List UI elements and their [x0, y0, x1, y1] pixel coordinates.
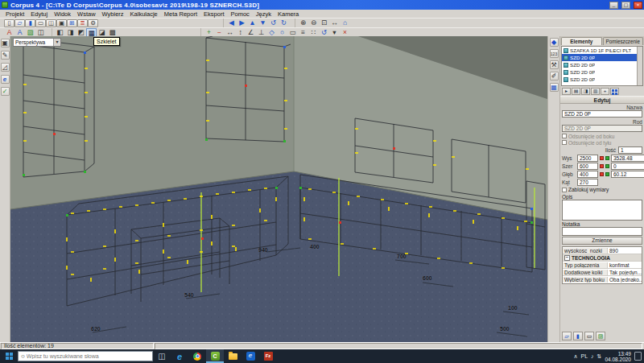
offset-side-checkbox[interactable]	[562, 134, 567, 138]
confirm-check-icon[interactable]: ✓	[1, 87, 10, 96]
split-view-icon[interactable]: ◨	[581, 88, 590, 95]
taskbar-app-chrome[interactable]	[188, 349, 206, 363]
settings-icon[interactable]: ⚙	[88, 19, 98, 27]
rectangle-icon[interactable]: ▭	[287, 28, 298, 37]
offset-back-checkbox[interactable]	[562, 140, 567, 145]
chevron-down-icon[interactable]: ▾	[53, 39, 60, 46]
red-marker-icon[interactable]	[600, 156, 604, 160]
menu-item-kamera[interactable]: Kamera	[275, 10, 302, 18]
property-group-row[interactable]: − TECHNOLOGIA	[563, 254, 642, 262]
notification-center-icon[interactable]	[634, 352, 642, 361]
open-folder-icon[interactable]: ▱	[562, 332, 572, 340]
open-project-icon[interactable]: ▱	[14, 19, 25, 27]
stylus-tool-icon[interactable]: ✐	[550, 72, 559, 80]
name-input[interactable]	[562, 110, 642, 118]
remove-element-icon[interactable]: −	[214, 28, 225, 37]
home-view-icon[interactable]: ⌂	[340, 19, 350, 27]
nav-down-icon[interactable]: ▼	[258, 19, 268, 27]
dropdown-more-icon[interactable]: ▾	[329, 28, 340, 37]
quantity-input[interactable]	[618, 146, 642, 154]
search-input[interactable]	[27, 353, 150, 359]
view-textured-icon[interactable]: ▩	[107, 28, 118, 37]
camera-icon[interactable]: ▣	[56, 19, 67, 27]
perpendicular-icon[interactable]: ⊥	[256, 28, 266, 37]
zoom-out-icon[interactable]: ⊖	[308, 19, 319, 27]
add-element-icon[interactable]: +	[204, 28, 214, 37]
hammer-tool-icon[interactable]: ⚒	[550, 60, 559, 69]
menu-item-kalkulacje[interactable]: Kalkulacje	[127, 10, 161, 18]
measure-ruler-icon[interactable]: ◿	[1, 63, 10, 72]
save-icon[interactable]: ▮	[25, 19, 35, 27]
green-marker-icon[interactable]	[605, 156, 609, 160]
property-row[interactable]: Wybierz typ boku Oba jednako...	[563, 276, 642, 283]
delete-icon[interactable]: ×	[340, 28, 350, 37]
menu-item-wybierz[interactable]: Wybierz	[99, 10, 127, 18]
element-tree[interactable]: SZAFKA 1D 1F PILECI PLT SZD 2D 0P SZD 2D…	[561, 46, 643, 86]
list-rows-icon[interactable]: ▤	[572, 88, 580, 95]
expand-icon[interactable]: ▸	[562, 88, 571, 95]
view-solid-icon[interactable]: ◧	[55, 28, 65, 37]
width-position-input[interactable]	[611, 163, 644, 170]
display-settings-icon[interactable]: ▣	[1, 39, 10, 47]
taskbar-clock[interactable]: 13:49 04.08.2020	[605, 351, 631, 362]
nav-up-icon[interactable]: ▲	[247, 19, 258, 27]
minimize-button[interactable]: _	[609, 2, 618, 9]
font-color-icon[interactable]: A	[4, 28, 14, 37]
task-view-button[interactable]: ◫	[153, 349, 171, 363]
rotate-object-icon[interactable]: ↺	[319, 28, 329, 37]
align-icon[interactable]: ≡	[298, 28, 308, 37]
pan-icon[interactable]: ↔	[329, 19, 340, 27]
taskbar-app-explorer[interactable]	[224, 349, 242, 363]
view-halfshade-icon[interactable]: ◩	[76, 28, 86, 37]
height-position-input[interactable]	[611, 155, 644, 162]
tree-item[interactable]: SZAFKA 1D 1F PILECI PLT	[562, 47, 642, 54]
diamond-snap-icon[interactable]: ◇	[266, 28, 277, 37]
depth-input[interactable]	[577, 171, 598, 178]
taskbar-app-corpus[interactable]: C	[206, 349, 224, 363]
calculator-icon[interactable]: ⊞	[67, 19, 77, 27]
variables-button[interactable]: Zmienne	[562, 237, 642, 245]
menu-item-wstaw[interactable]: Wstaw	[74, 10, 99, 18]
tree-item[interactable]: SZD 2D 0P	[562, 54, 642, 61]
fill-pattern-icon[interactable]: ▨	[25, 28, 35, 37]
width-input[interactable]	[577, 163, 598, 170]
tree-item[interactable]: SZD 2D 0P	[562, 76, 642, 83]
numbers-123-icon[interactable]: 123	[550, 49, 559, 58]
report-icon[interactable]: ≣	[77, 19, 88, 27]
print-preview-icon[interactable]: ◫	[46, 19, 56, 27]
collapse-icon[interactable]: −	[564, 255, 570, 261]
taskbar-app-edge[interactable]: e	[171, 349, 188, 363]
menu-item-edytuj[interactable]: Edytuj	[27, 10, 51, 18]
red-marker-icon[interactable]	[600, 172, 604, 176]
angle-input[interactable]	[577, 179, 598, 186]
volume-icon[interactable]: ♪	[591, 353, 594, 359]
view-wireframe-icon[interactable]: ▦	[86, 28, 97, 37]
property-row[interactable]: Typ połączenia konfimat	[563, 262, 642, 269]
taskbar-search[interactable]: ○	[18, 351, 153, 361]
tab-elementy[interactable]: Elementy	[561, 37, 602, 45]
element-e-icon[interactable]: e	[1, 75, 10, 84]
height-input[interactable]	[577, 155, 598, 162]
overlap-icon[interactable]: ◫	[35, 28, 46, 37]
menu-item-projekt[interactable]: Projekt	[2, 10, 27, 18]
menu-item-jezyk[interactable]: Język	[253, 10, 275, 18]
rotate-right-icon[interactable]: ↻	[279, 19, 289, 27]
save-small-icon[interactable]: ▮	[573, 332, 583, 340]
lock-dimensions-checkbox[interactable]	[562, 188, 567, 192]
distribute-icon[interactable]: ∷	[308, 28, 319, 37]
new-document-icon[interactable]: ▯	[4, 19, 14, 27]
view-mode-combobox[interactable]: Perspektywa ▾	[13, 38, 61, 47]
draw-pencil-icon[interactable]: ✎	[1, 51, 10, 60]
nav-forward-icon[interactable]: ▶	[237, 19, 247, 27]
palette-icon[interactable]: ▨	[596, 332, 605, 340]
taskbar-app-ie[interactable]: e	[242, 349, 259, 363]
green-marker-icon[interactable]	[605, 164, 609, 168]
menu-item-widok[interactable]: Widok	[51, 10, 74, 18]
print-icon[interactable]: ▭	[35, 19, 46, 27]
tab-pomieszczenie[interactable]: Pomieszczenie	[603, 37, 644, 45]
start-button[interactable]	[0, 349, 18, 363]
network-icon[interactable]: ⇅	[597, 353, 602, 360]
diamond-tool-icon[interactable]: ◆	[550, 38, 559, 47]
tree-scrollbar[interactable]	[637, 47, 642, 85]
property-row[interactable]: Dodatkowe kolki Tak pojedyn...	[563, 269, 642, 276]
